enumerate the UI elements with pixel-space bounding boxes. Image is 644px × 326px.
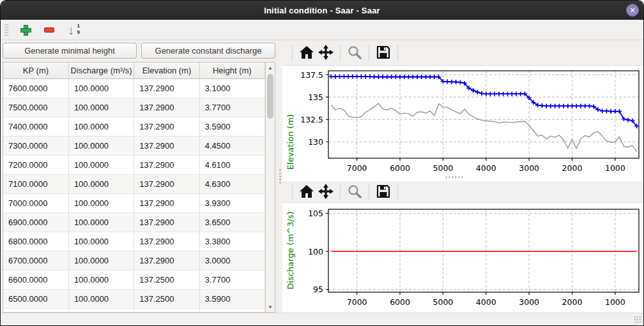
sort-button[interactable]: ↓ 19 xyxy=(66,22,81,38)
pan-move-icon xyxy=(318,183,334,200)
save-button[interactable] xyxy=(374,182,393,201)
cell-elevation[interactable]: 137.2500 xyxy=(134,289,199,308)
cell-height[interactable]: 3.7700 xyxy=(199,270,264,289)
cell-elevation[interactable]: 137.2900 xyxy=(134,117,199,136)
discharge-plot-canvas[interactable]: 700060005000400030002000100010510095 xyxy=(282,203,643,310)
cell-height[interactable]: 3.5900 xyxy=(199,117,264,136)
cell-kp[interactable]: 6500.0000 xyxy=(3,289,68,308)
cell-elevation[interactable]: 137.2900 xyxy=(134,136,199,155)
cell-height[interactable]: 3.0000 xyxy=(199,251,264,270)
x-tick-label: 1000 xyxy=(605,163,625,173)
zoom-button[interactable] xyxy=(345,43,364,62)
cell-discharge[interactable]: 100.0000 xyxy=(68,212,134,232)
cell-kp[interactable]: 7400.0000 xyxy=(3,117,68,136)
cell-elevation[interactable]: 137.2900 xyxy=(134,78,199,98)
home-button[interactable] xyxy=(297,43,316,62)
scroll-up-button[interactable]: ▲ xyxy=(266,63,275,73)
cell-elevation[interactable]: 137.2900 xyxy=(134,193,199,212)
column-header-elevation[interactable]: Elevation (m) xyxy=(134,63,199,78)
cell-kp[interactable]: 7000.0000 xyxy=(3,193,68,212)
cell-discharge[interactable]: 100.0000 xyxy=(68,270,134,289)
cell-discharge[interactable]: 100.0000 xyxy=(68,193,134,212)
window-title: Initial condition - Saar - Saar xyxy=(264,6,380,15)
cell-discharge[interactable]: 100.0000 xyxy=(68,232,134,251)
table-row-partial xyxy=(3,308,265,312)
remove-row-button[interactable] xyxy=(42,22,57,38)
y-tick-label: 95 xyxy=(313,285,323,294)
cell-height[interactable]: 4.6300 xyxy=(199,174,264,193)
cell-elevation[interactable]: 137.2900 xyxy=(134,155,199,174)
cell-height[interactable]: 3.5900 xyxy=(199,289,264,308)
cell-kp[interactable]: 6900.0000 xyxy=(3,212,68,232)
cell-discharge[interactable]: 100.0000 xyxy=(68,155,134,174)
cell-kp[interactable]: 6700.0000 xyxy=(3,251,68,270)
pane-splitter[interactable] xyxy=(277,40,282,313)
plot-splitter[interactable] xyxy=(282,180,643,181)
discharge-plot[interactable]: 700060005000400030002000100010510095 Dis… xyxy=(282,203,643,313)
sort-top-label: 1 xyxy=(77,23,80,29)
cell-discharge[interactable]: 100.0000 xyxy=(68,289,134,308)
generate-minimal-height-button[interactable]: Generate minimal height xyxy=(3,43,137,59)
cell-kp[interactable]: 7600.0000 xyxy=(3,78,68,98)
scroll-down-button[interactable]: ▼ xyxy=(266,302,275,312)
cell-kp[interactable]: 7500.0000 xyxy=(3,98,68,117)
cell-discharge[interactable]: 100.0000 xyxy=(68,117,134,136)
cell-height[interactable]: 4.6100 xyxy=(199,155,264,174)
sort-ascending-icon: ↓ 19 xyxy=(67,23,80,37)
cell-elevation[interactable]: 137.2500 xyxy=(134,270,199,289)
titlebar[interactable]: Initial condition - Saar - Saar ✕ xyxy=(1,1,643,20)
add-row-button[interactable] xyxy=(17,22,33,38)
splitter-grip-icon xyxy=(279,168,281,185)
save-button[interactable] xyxy=(374,43,393,62)
toolbar-grip[interactable] xyxy=(4,23,8,37)
y-tick-label: 135 xyxy=(308,92,323,101)
elevation-plot-canvas[interactable]: 7000600050004000300020001000137.5135132.… xyxy=(282,66,643,177)
x-tick-label: 5000 xyxy=(433,163,453,173)
cell-height[interactable]: 3.6500 xyxy=(199,212,264,232)
cell-elevation[interactable]: 137.2900 xyxy=(134,232,199,251)
cell-elevation[interactable]: 137.2900 xyxy=(134,174,199,193)
cell-height[interactable]: 3.7700 xyxy=(199,98,264,117)
scroll-down-icon: ▼ xyxy=(268,304,273,310)
table-row: 6500.0000100.0000137.25003.5900 xyxy=(3,289,265,308)
cell-kp[interactable]: 7200.0000 xyxy=(3,155,68,174)
scroll-up-icon: ▲ xyxy=(268,65,273,71)
x-tick-label: 1000 xyxy=(605,297,625,307)
cell-height[interactable]: 4.4500 xyxy=(199,136,264,155)
close-button[interactable]: ✕ xyxy=(626,4,639,17)
pan-button[interactable] xyxy=(316,43,335,62)
x-tick-label: 3000 xyxy=(519,163,539,173)
table-scrollbar[interactable]: ▲ ▼ xyxy=(265,63,275,312)
column-header-discharge[interactable]: Discharge (m³/s) xyxy=(68,63,134,78)
cell-discharge[interactable]: 100.0000 xyxy=(68,78,134,98)
cell-elevation[interactable]: 137.2900 xyxy=(134,251,199,270)
generate-constant-discharge-button[interactable]: Generate constant discharge xyxy=(141,43,275,59)
scrollbar-trough[interactable] xyxy=(266,73,275,302)
elevation-plot[interactable]: 7000600050004000300020001000137.5135132.… xyxy=(282,66,643,180)
cell-discharge[interactable]: 100.0000 xyxy=(68,251,134,270)
save-floppy-icon xyxy=(376,45,391,60)
cell-kp[interactable]: 6800.0000 xyxy=(3,232,68,251)
cell-height[interactable]: 3.9300 xyxy=(199,193,264,212)
y-tick-label: 100 xyxy=(308,247,323,256)
scrollbar-thumb[interactable] xyxy=(267,74,273,119)
cell-discharge[interactable]: 100.0000 xyxy=(68,136,134,155)
elevation-plot-toolbar xyxy=(282,40,643,66)
cell-kp[interactable]: 7100.0000 xyxy=(3,174,68,193)
x-tick-label: 2000 xyxy=(562,297,583,307)
cell-height[interactable]: 3.3800 xyxy=(199,232,264,251)
cell-elevation[interactable]: 137.2900 xyxy=(134,212,199,232)
cell-kp[interactable]: 6600.0000 xyxy=(3,270,68,289)
cell-elevation[interactable]: 137.2900 xyxy=(134,98,199,117)
cell-kp[interactable]: 7300.0000 xyxy=(3,136,68,155)
home-button[interactable] xyxy=(297,182,316,201)
column-header-kp[interactable]: KP (m) xyxy=(3,63,68,78)
cell-discharge[interactable]: 100.0000 xyxy=(68,98,134,117)
zoom-button[interactable] xyxy=(345,182,364,201)
pan-button[interactable] xyxy=(316,182,335,201)
resize-grip-icon[interactable] xyxy=(634,316,641,323)
cell-discharge[interactable]: 100.0000 xyxy=(68,174,134,193)
cell-height[interactable]: 3.1000 xyxy=(199,78,264,98)
column-header-height[interactable]: Height (m) xyxy=(199,63,264,78)
sort-bottom-label: 9 xyxy=(77,29,80,36)
